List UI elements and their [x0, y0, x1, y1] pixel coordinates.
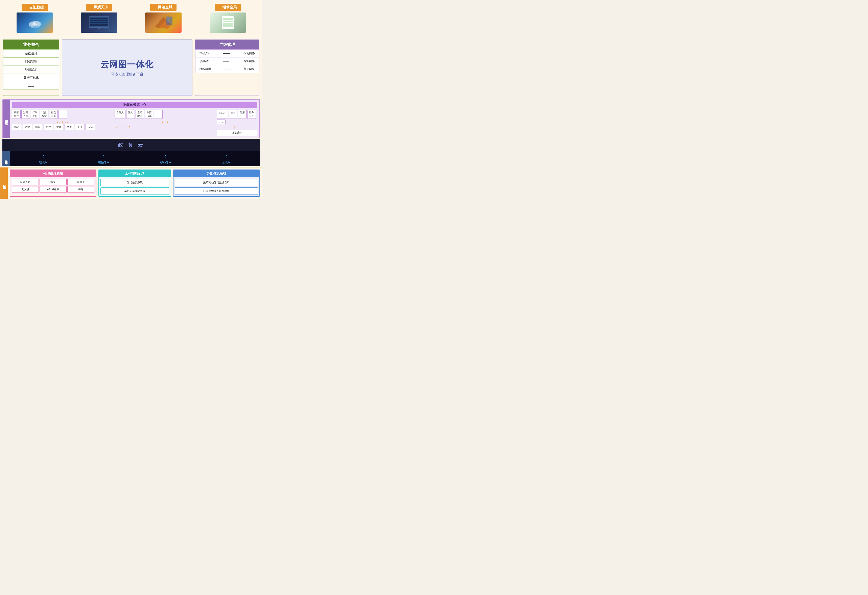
- right-tag-4: ……: [217, 119, 226, 124]
- business-panel: 业务整合 基础信息 网格管理 地图展示 数据可视化 ……: [3, 40, 59, 96]
- arrow-down-0: ↓: [56, 119, 58, 124]
- end-control-label: 一端掌全局: [215, 4, 241, 11]
- external-header: 外部信息获取: [173, 170, 260, 177]
- left-gov-tags: 综治 城管 维稳 司法 党建 公安 工商 应急: [12, 124, 113, 130]
- net-city-image: [145, 12, 182, 32]
- business-header: 业务整合: [3, 40, 59, 49]
- map-img: [145, 12, 182, 32]
- physical-item-4: AR/AI穿戴: [40, 186, 66, 193]
- level-right-2: 基层网格: [244, 67, 255, 71]
- svg-rect-16: [167, 20, 169, 22]
- data-rows: 案情事件 涉案人员 行政处罚 情报线索 重点人员 …… ↓ ↓ ↓ ↓ ↓ 综治…: [12, 110, 257, 136]
- gov-tag-0: 综治: [12, 124, 22, 130]
- network-video: ↑ 视频专网: [98, 153, 109, 164]
- work-items: 部门信息系统 基层人员移动终端: [99, 177, 170, 196]
- internet-arrow: ↑: [225, 153, 228, 160]
- level-row-1: 镇/街道 —— 专业网格: [195, 57, 259, 65]
- level-left-2: 社区/网格: [199, 67, 212, 71]
- top-card-net: 一网治全城: [133, 4, 193, 32]
- net-city-label: 一网治全城: [150, 4, 177, 11]
- level-header: 层级管理: [195, 40, 259, 49]
- right-tags-row: 自然人 法人 信用 政务公开 ……: [217, 110, 257, 124]
- gov-cloud-section: 政 务 云: [2, 139, 260, 151]
- physical-item-1: 激光: [40, 179, 66, 186]
- network-section: 互联网络 ↑ 物联网 ↑ 视频专网 ↑ 移动专网 ↑ 互联网: [2, 151, 260, 166]
- left-arrows: ↓ ↓ ↓ ↓ ↓: [12, 119, 113, 124]
- right-arrows: ↓ ↓ ↓: [217, 125, 257, 130]
- data-aggregation-section: 数据汇聚 融媒体资源中心 案情事件 涉案人员 行政处罚 情报线索 重点人员 ………: [2, 99, 260, 138]
- arrow-down-2: ↓: [62, 119, 63, 124]
- right-tag-2: 信用: [238, 110, 247, 119]
- left-tag-0: 案情事件: [12, 110, 21, 119]
- left-tag-3: 情报线索: [40, 110, 49, 119]
- business-item-4: ……: [3, 82, 59, 90]
- svg-rect-13: [167, 16, 173, 25]
- network-mobile: ↑ 移动专网: [160, 153, 171, 164]
- business-item-3: 数据可视化: [3, 74, 59, 82]
- level-row-0: 市/县/区 —— 综合网格: [195, 49, 259, 57]
- middle-tags-row: 自然人 法人 空间地理 政策法规 ……: [115, 110, 216, 119]
- video-label: 视频专网: [98, 161, 109, 164]
- middle-bottom-row: ⟵ ⟶: [115, 124, 216, 129]
- physical-item-3: 无人机: [12, 186, 39, 193]
- physical-panel: 物理信息感知 视频设备 激光 超宽带 无人机 AR/AI穿戴 终端: [10, 169, 96, 197]
- mid-tag-3: 政策法规: [145, 110, 153, 119]
- svg-rect-14: [167, 18, 169, 19]
- gov-app-tag: 政务应用: [217, 130, 257, 136]
- center-subtitle: 网格化管理服务平台: [111, 72, 143, 77]
- work-item-1: 基层人员移动终端: [100, 187, 169, 195]
- data-left-group: 案情事件 涉案人员 行政处罚 情报线索 重点人员 …… ↓ ↓ ↓ ↓ ↓ 综治…: [12, 110, 113, 130]
- external-items: 政府其他部门数据目录 社会组织及互联网舆情: [173, 177, 260, 196]
- right-tag-1: 法人: [229, 110, 237, 119]
- physical-item-5: 终端: [67, 186, 94, 193]
- work-panel: 工作信息记录 部门信息系统 基层人员移动终端: [99, 169, 171, 197]
- level-left-1: 镇/街道: [199, 59, 209, 63]
- arrow-down-4: ↓: [67, 119, 69, 124]
- left-tags-row: 案情事件 涉案人员 行政处罚 情报线索 重点人员 ……: [12, 110, 113, 119]
- gov-tag-5: 公安: [65, 124, 74, 130]
- internet-label: 互联网: [222, 161, 230, 164]
- top-section: 一云汇数据 一屏观天下: [0, 0, 262, 36]
- video-arrow: ↑: [102, 153, 105, 160]
- bottom-section: 全面感知 物理信息感知 视频设备 激光 超宽带 无人机 AR/AI穿戴 终端 工…: [0, 167, 262, 199]
- top-card-cloud: 一云汇数据: [4, 4, 65, 32]
- external-item-1: 社会组织及互联网舆情: [175, 187, 258, 195]
- gov-tag-3: 司法: [44, 124, 53, 130]
- work-item-0: 部门信息系统: [100, 179, 169, 186]
- physical-item-0: 视频设备: [12, 179, 39, 186]
- right-tag-0: 自然人: [217, 110, 228, 119]
- svg-rect-19: [223, 21, 233, 22]
- work-header: 工作信息记录: [99, 170, 170, 177]
- physical-header: 物理信息感知: [10, 170, 96, 177]
- svg-rect-20: [223, 23, 233, 25]
- level-dash-0: ——: [223, 52, 230, 55]
- mid-tag-2: 空间地理: [136, 110, 144, 119]
- external-panel: 外部信息获取 政府其他部门数据目录 社会组织及互联网舆情: [173, 169, 260, 197]
- double-arrow-right: ⟶: [124, 124, 131, 129]
- media-center-header: 融媒体资源中心: [12, 102, 257, 108]
- svg-point-10: [99, 28, 100, 29]
- cloud-img: [16, 12, 53, 32]
- physical-item-2: 超宽带: [67, 179, 94, 186]
- screen-img: [81, 12, 117, 32]
- level-left-0: 市/县/区: [199, 52, 210, 55]
- business-item-1: 网格管理: [3, 57, 59, 66]
- mid-tag-0: 自然人: [115, 110, 125, 119]
- network-label: 互联网络: [2, 151, 10, 166]
- external-item-0: 政府其他部门数据目录: [175, 179, 258, 186]
- svg-rect-15: [170, 18, 171, 19]
- left-tag-4: 重点人员: [49, 110, 58, 119]
- center-title: 云网图一体化: [100, 59, 154, 70]
- middle-section: 业务整合 基础信息 网格管理 地图展示 数据可视化 …… 云网图一体化 网格化管…: [0, 37, 262, 99]
- level-right-0: 综合网格: [244, 52, 255, 55]
- gov-cloud-text: 政 务 云: [118, 142, 145, 148]
- level-row-2: 社区/网格 —— 基层网格: [195, 65, 259, 73]
- level-dash-2: ——: [224, 67, 231, 71]
- center-panel: 云网图一体化 网格化管理服务平台: [62, 40, 192, 96]
- app-img: [210, 12, 246, 32]
- network-internet: ↑ 互联网: [222, 153, 230, 164]
- gov-tag-4: 党建: [54, 124, 64, 130]
- arrow-right-1: ↓: [236, 125, 238, 130]
- svg-rect-17: [222, 16, 234, 29]
- bottom-content: 物理信息感知 视频设备 激光 超宽带 无人机 AR/AI穿戴 终端 工作信息记录…: [8, 168, 262, 199]
